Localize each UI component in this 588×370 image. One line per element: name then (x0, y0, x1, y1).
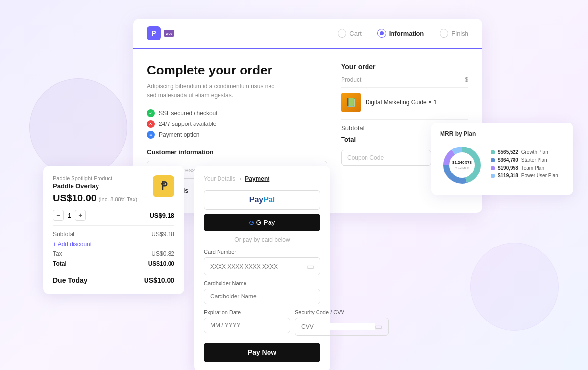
chart-total-label: Total MRR (455, 167, 469, 170)
step-details-label: Your Details (204, 175, 235, 182)
cvv-input[interactable] (301, 323, 375, 330)
subtotal-label: Subtotal (341, 124, 365, 132)
paddle-header: Paddle Spotlight Product Paddle Overlay … (53, 175, 174, 204)
gpay-label: G Pay (256, 219, 275, 226)
cardholder-label: Cardholder Name (204, 280, 320, 286)
paddle-overlay: Paddle Spotlight Product Paddle Overlay … (43, 166, 184, 294)
legend-value-starter: $364,780 (498, 157, 518, 163)
trust-item-ssl: ✓ SSL secured checkout (147, 109, 327, 117)
coupon-input[interactable] (341, 150, 431, 166)
order-subtitle: Adipiscing bibendum id a condimentum ris… (147, 82, 284, 99)
legend-item-team: $190,958 Team Plan (491, 165, 564, 171)
customer-info-label: Customer information (147, 148, 327, 156)
col-price: $ (465, 76, 468, 83)
legend-item-starter: $364,780 Starter Plan (491, 157, 564, 163)
trust-badges: ✓ SSL secured checkout ✕ 24/7 support av… (147, 109, 327, 139)
paddle-total-label: Total (53, 260, 67, 267)
add-discount-link[interactable]: + Add discount (53, 241, 174, 247)
your-order-title: Your order (341, 63, 468, 71)
cvv-card-icon: ▭ (375, 322, 382, 331)
product-thumbnail: 📗 (341, 93, 361, 112)
expiry-input[interactable] (210, 322, 284, 329)
nav-step-finish-label: Finish (451, 30, 468, 37)
nav-step-information[interactable]: Information (377, 29, 424, 38)
chart-total-value: $1,240,578 (452, 160, 472, 165)
paddle-total-value: US$10.00 (148, 260, 174, 267)
nav-step-cart-label: Cart (349, 30, 362, 37)
trust-payment-label: Payment option (159, 131, 199, 138)
legend-dot-power (491, 174, 495, 178)
expiry-label: Expiration Date (204, 309, 290, 315)
paddle-due-value: US$10.00 (144, 276, 174, 284)
trust-item-payment: ≡ Payment option (147, 131, 327, 139)
card-number-field[interactable]: ▭ (204, 257, 320, 275)
legend-item-growth: $565,522 Growth Plan (491, 149, 564, 155)
payment-icon: ≡ (147, 131, 155, 139)
legend-value-power: $119,318 (498, 173, 518, 178)
paddle-tax-row: Tax US$0.82 (53, 250, 174, 257)
qty-value: 1 (68, 212, 71, 219)
qty-control: − 1 + (53, 210, 86, 221)
paypal-pp: Pay (249, 196, 263, 204)
order-divider (341, 119, 468, 120)
qty-decrease-button[interactable]: − (53, 210, 64, 221)
step-circle-cart (338, 29, 346, 38)
legend-value-growth: $565,522 (498, 149, 518, 155)
paddle-tax-label: Tax (53, 250, 62, 257)
step-circle-information (377, 29, 386, 38)
paddle-product-name: Paddle Overlay (53, 182, 137, 190)
col-product: Product (341, 76, 361, 83)
bg-decoration-right (470, 243, 559, 331)
checkout-header: P woo Cart Information Finish (133, 19, 482, 49)
gpay-button[interactable]: G G Pay (204, 214, 320, 231)
card-icon: ▭ (307, 262, 314, 271)
pay-now-button[interactable]: Pay Now (204, 343, 320, 362)
mrr-title: MRR by Plan (440, 130, 564, 137)
payment-panel: Your Details › Payment PayPal G G Pay Or… (194, 166, 330, 370)
qty-row: − 1 + US$9.18 (53, 210, 174, 221)
paddle-subtotal-value: US$9.18 (151, 231, 174, 238)
qty-increase-button[interactable]: + (75, 210, 86, 221)
logo-woo-icon: woo (164, 30, 174, 37)
card-number-input[interactable] (210, 263, 307, 270)
paypal-text: PayPal (249, 196, 275, 204)
card-number-label: Card Number (204, 249, 320, 255)
legend-label-growth: Growth Plan (521, 149, 548, 155)
mrr-chart: MRR by Plan $1,240,578 Total MRR $565, (431, 123, 573, 195)
paddle-price: US$10.00 (53, 193, 97, 203)
bg-decoration-left (29, 78, 127, 176)
paddle-subtitle: Paddle Spotlight Product (53, 175, 137, 181)
nav-steps: Cart Information Finish (338, 29, 468, 38)
cvv-field[interactable]: ▭ (295, 318, 389, 336)
nav-step-cart[interactable]: Cart (338, 29, 362, 38)
trust-support-label: 24/7 support available (159, 121, 216, 127)
mrr-content: $1,240,578 Total MRR $565,522 Growth Pla… (440, 143, 564, 187)
step-arrow: › (239, 175, 241, 182)
paypal-button[interactable]: PayPal (204, 190, 320, 210)
ssl-icon: ✓ (147, 109, 155, 117)
product-name: Digital Marketing Guide × 1 (366, 99, 468, 106)
or-text: Or pay by card below (204, 236, 320, 243)
card-bottom-row: Expiration Date Security Code / CVV ▭ (204, 309, 320, 336)
nav-step-finish[interactable]: Finish (440, 29, 468, 38)
order-title: Complete your order (147, 63, 327, 78)
expiry-field[interactable] (204, 318, 290, 333)
g-icon: G (249, 219, 254, 226)
cardholder-field[interactable] (204, 289, 320, 304)
cvv-label: Security Code / CVV (295, 309, 389, 315)
cardholder-input[interactable] (210, 293, 314, 300)
legend-label-starter: Starter Plan (521, 157, 547, 163)
legend-dot-team (491, 166, 495, 170)
paddle-due-label: Due Today (53, 276, 88, 284)
legend-label-team: Team Plan (521, 165, 544, 171)
legend-dot-starter (491, 158, 495, 162)
paddle-logo: Ᵽ (153, 175, 174, 197)
order-table-header: Product $ (341, 76, 468, 88)
paddle-subtotal-label: Subtotal (53, 231, 74, 238)
paypal-al: Pal (263, 196, 275, 204)
donut-chart: $1,240,578 Total MRR (440, 143, 484, 187)
paddle-price-tax: (inc. 8.88% Tax) (98, 197, 137, 202)
legend-value-team: $190,958 (498, 165, 518, 171)
legend-dot-growth (491, 150, 495, 154)
qty-price: US$9.18 (149, 212, 174, 219)
